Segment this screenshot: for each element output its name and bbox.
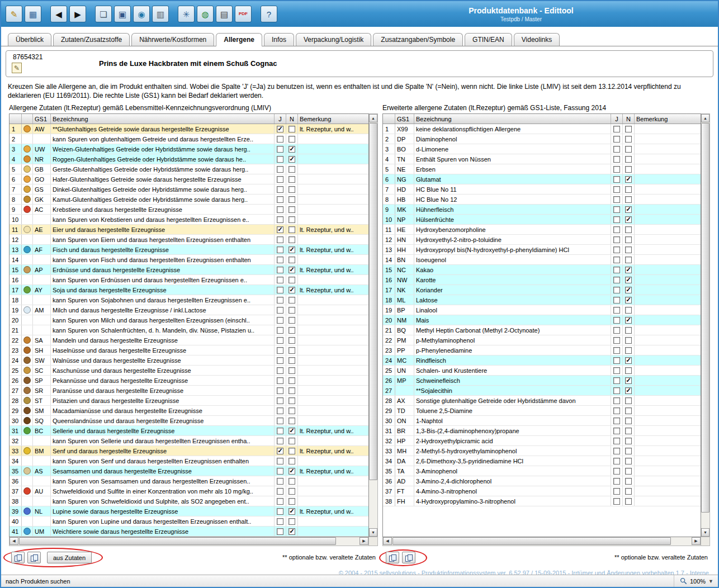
save-icon[interactable]: ▣ — [114, 6, 131, 22]
column-header-n[interactable]: N — [623, 114, 635, 124]
table-row[interactable]: 7HDHC Blue No 11 — [383, 184, 701, 195]
checkbox-j[interactable] — [277, 407, 283, 414]
checkbox-n[interactable] — [625, 448, 632, 454]
table-row[interactable]: 7GSDinkel-Glutenhaltiges Getreide oder H… — [10, 184, 368, 195]
table-row[interactable]: 38FH4-Hydroxypropylamino-3-nitrophenol — [383, 496, 701, 506]
checkbox-n[interactable] — [625, 498, 632, 505]
structure-icon[interactable]: ✳ — [178, 6, 195, 22]
checkbox-j[interactable] — [613, 387, 620, 394]
table-row[interactable]: 14BNIsoeugenol — [383, 255, 701, 265]
table-row[interactable]: 6GOHafer-Glutenhaltiges Getreide sowie d… — [10, 174, 368, 184]
tab-verpackung-logistik[interactable]: Verpackung/Logistik — [296, 33, 371, 46]
table-row[interactable]: 36AD3-Amino-2,4-dichlorophenol — [383, 476, 701, 486]
publish-globe-icon[interactable]: ◉ — [133, 6, 150, 22]
checkbox-j[interactable] — [277, 518, 283, 525]
scroll-up-button[interactable]: ▲ — [369, 114, 377, 122]
checkbox-n[interactable] — [288, 407, 295, 414]
checkbox-j[interactable] — [613, 226, 620, 233]
table-row[interactable]: 9ACKrebstiere und daraus hergestellte Er… — [10, 205, 368, 215]
checkbox-j[interactable] — [277, 206, 283, 213]
transfer-allergens-button-right[interactable] — [402, 552, 415, 563]
checkbox-j[interactable] — [277, 428, 283, 434]
table-row[interactable]: 8GKKamut-Glutenhaltiges Getreide oder Hy… — [10, 195, 368, 205]
checkbox-n[interactable] — [625, 397, 632, 404]
checkbox-n[interactable]: ✓ — [625, 297, 632, 304]
checkbox-j[interactable]: ✓ — [277, 226, 283, 233]
checkbox-n[interactable] — [288, 176, 295, 183]
table-row[interactable]: 19AMMilch und daraus hergestellte Erzeug… — [10, 305, 368, 315]
checkbox-j[interactable] — [277, 277, 283, 283]
table-row[interactable]: 28AXSonstige glutenhaltige Getreide oder… — [383, 396, 701, 406]
checkbox-j[interactable] — [277, 508, 283, 515]
checkbox-j[interactable] — [277, 458, 283, 464]
checkbox-j[interactable] — [613, 287, 620, 293]
checkbox-j[interactable] — [613, 377, 620, 384]
column-header[interactable] — [22, 114, 33, 124]
checkbox-n[interactable] — [288, 498, 295, 505]
checkbox-j[interactable] — [277, 488, 283, 495]
checkbox-n[interactable] — [625, 488, 632, 495]
table-row[interactable]: 20kann Spuren von Milch und daraus herge… — [10, 315, 368, 325]
checkbox-j[interactable] — [277, 327, 283, 334]
print-icon[interactable]: ▤ — [216, 6, 233, 22]
checkbox-n[interactable]: ✓ — [625, 206, 632, 213]
checkbox-n[interactable] — [288, 478, 295, 485]
table-row[interactable]: 21kann Spuren von Schalenfrüchten, d. h.… — [10, 325, 368, 335]
table-row[interactable]: 27SRParanüsse und daraus hergestellte Er… — [10, 386, 368, 396]
table-row[interactable]: 27**Sojalecithin✓ — [383, 386, 701, 396]
scroll-right-button[interactable]: ▶ — [360, 537, 368, 545]
tab-gtin-ean[interactable]: GTIN/EAN — [465, 33, 512, 46]
checkbox-n[interactable]: ✓ — [288, 156, 295, 163]
checkbox-n[interactable] — [288, 418, 295, 424]
checkbox-n[interactable]: ✓ — [625, 176, 632, 183]
checkbox-n[interactable] — [288, 317, 295, 324]
tab-überblick[interactable]: Überblick — [8, 33, 51, 46]
checkbox-n[interactable]: ✓ — [288, 508, 295, 515]
checkbox-n[interactable]: ✓ — [288, 287, 295, 293]
checkbox-j[interactable] — [613, 176, 620, 183]
checkbox-n[interactable] — [288, 297, 295, 304]
checkbox-n[interactable] — [288, 347, 295, 354]
scroll-thumb[interactable] — [701, 123, 709, 513]
help-icon[interactable]: ? — [261, 6, 277, 22]
checkbox-n[interactable]: ✓ — [625, 387, 632, 394]
checkbox-n[interactable]: ✓ — [288, 468, 295, 475]
scroll-thumb[interactable] — [392, 537, 671, 545]
checkbox-n[interactable] — [625, 438, 632, 444]
table-row[interactable]: 12HNHydroxyethyl-2-nitro-p-toluidine — [383, 235, 701, 245]
checkbox-n[interactable] — [625, 478, 632, 485]
checkbox-j[interactable] — [613, 136, 620, 143]
checkbox-n[interactable] — [625, 307, 632, 314]
column-header[interactable] — [10, 114, 22, 124]
table-row[interactable]: 25SCKaschunüsse und daraus hergestellte … — [10, 366, 368, 376]
scroll-right-button[interactable]: ▶ — [692, 537, 701, 545]
table-row[interactable]: 33MH2-Methyl-5-hydroxyethylaminophenol — [383, 446, 701, 456]
checkbox-j[interactable] — [613, 488, 620, 495]
checkbox-j[interactable] — [613, 297, 620, 304]
table-row[interactable]: 18MLLaktose✓ — [383, 295, 701, 305]
checkbox-n[interactable] — [625, 226, 632, 233]
checkbox-n[interactable]: ✓ — [625, 287, 632, 293]
checkbox-j[interactable] — [613, 428, 620, 434]
table-row[interactable]: 34kann Spuren von Senf und daraus herges… — [10, 456, 368, 466]
checkbox-j[interactable] — [613, 337, 620, 344]
table-row[interactable]: 36kann Spuren von Sesamsamen und daraus … — [10, 476, 368, 486]
checkbox-j[interactable] — [277, 418, 283, 424]
table-row[interactable]: 24MCRindfleisch✓ — [383, 355, 701, 366]
checkbox-j[interactable] — [277, 498, 283, 505]
checkbox-j[interactable] — [277, 156, 283, 163]
gs1-vertical-scrollbar[interactable]: ▲ ▼ — [701, 113, 710, 537]
checkbox-j[interactable] — [613, 126, 620, 132]
scroll-track[interactable] — [18, 537, 360, 546]
table-row[interactable]: 26MPSchweinefleisch✓ — [383, 376, 701, 386]
column-header-gs1[interactable]: GS1 — [33, 114, 51, 124]
checkbox-n[interactable] — [288, 257, 295, 263]
checkbox-j[interactable] — [277, 287, 283, 293]
transfer-allergens-button[interactable] — [27, 552, 41, 563]
lmiv-vertical-scrollbar[interactable]: ▲ ▼ — [369, 113, 378, 537]
checkbox-n[interactable] — [288, 518, 295, 525]
checkbox-j[interactable] — [277, 196, 283, 203]
checkbox-n[interactable] — [288, 438, 295, 444]
table-row[interactable]: 18kann Spuren von Sojabohnen und daraus … — [10, 295, 368, 305]
checkbox-n[interactable] — [288, 196, 295, 203]
